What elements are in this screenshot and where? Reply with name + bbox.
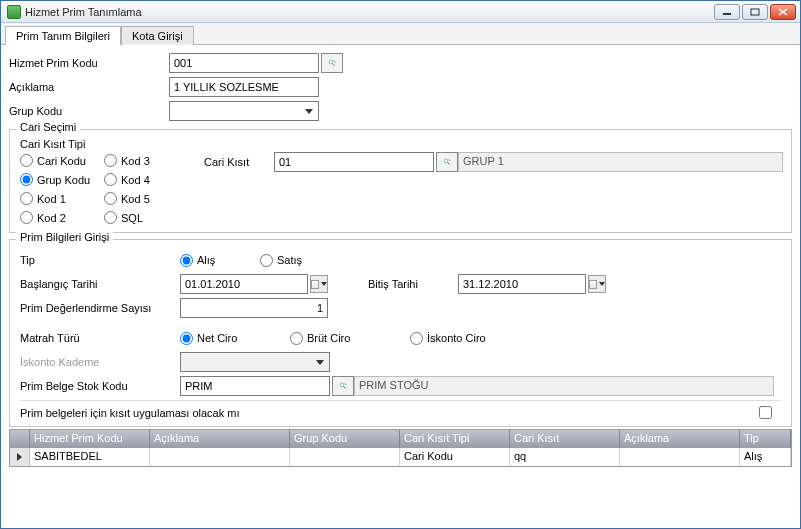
cell-cari-kisit: qq bbox=[510, 448, 620, 466]
lookup-icon bbox=[339, 379, 347, 393]
input-bitis-tarihi[interactable] bbox=[458, 274, 586, 294]
radio-kod3[interactable]: Kod 3 bbox=[104, 154, 174, 167]
label-grup-kodu: Grup Kodu bbox=[9, 105, 169, 117]
label-prim-belge-stok: Prim Belge Stok Kodu bbox=[20, 380, 180, 392]
label-cari-kisit-tipi: Cari Kısıt Tipi bbox=[20, 138, 174, 150]
cell-aciklama bbox=[150, 448, 290, 466]
label-hizmet-prim-kodu: Hizmet Prim Kodu bbox=[9, 57, 169, 69]
cell-grup-kodu bbox=[290, 448, 400, 466]
radio-sql[interactable]: SQL bbox=[104, 211, 174, 224]
input-cari-kisit[interactable] bbox=[274, 152, 434, 172]
app-window: Hizmet Prim Tanımlama Prim Tanım Bilgile… bbox=[0, 0, 801, 529]
close-icon bbox=[778, 8, 788, 16]
client-area: Prim Tanım Bilgileri Kota Girişi Hizmet … bbox=[1, 23, 800, 528]
label-matrah-turu: Matrah Türü bbox=[20, 332, 180, 344]
radio-iskonto-ciro[interactable]: İskonto Ciro bbox=[410, 332, 486, 345]
calendar-icon bbox=[589, 280, 597, 289]
radio-kod5[interactable]: Kod 5 bbox=[104, 192, 174, 205]
tabstrip: Prim Tanım Bilgileri Kota Girişi bbox=[1, 23, 800, 45]
input-aciklama[interactable] bbox=[169, 77, 319, 97]
cell-hizmet-prim-kodu: SABITBEDEL bbox=[30, 448, 150, 466]
radio-alis[interactable]: Alış bbox=[180, 254, 260, 267]
tab-prim-tanim[interactable]: Prim Tanım Bilgileri bbox=[5, 26, 121, 45]
row-kisit-uygulamasi: Prim belgeleri için kısıt uygulaması ola… bbox=[20, 400, 781, 422]
label-cari-kisit: Cari Kısıt bbox=[204, 156, 274, 168]
radio-kod2[interactable]: Kod 2 bbox=[20, 211, 104, 224]
row-hizmet-prim-kodu: Hizmet Prim Kodu bbox=[9, 51, 792, 75]
svg-point-6 bbox=[340, 383, 344, 387]
combo-iskonto-kademe bbox=[180, 352, 330, 372]
radio-satis[interactable]: Satış bbox=[260, 254, 302, 267]
svg-point-4 bbox=[329, 60, 333, 64]
checkbox-kisit-uygulamasi[interactable] bbox=[759, 406, 772, 419]
grid-header-cari-kisit-tipi[interactable]: Cari Kısıt Tipi bbox=[400, 430, 510, 448]
close-button[interactable] bbox=[770, 4, 796, 20]
row-iskonto-kademe: İskonto Kademe bbox=[20, 350, 781, 374]
svg-point-5 bbox=[444, 159, 448, 163]
calendar-button-end[interactable] bbox=[588, 275, 606, 293]
cell-aciklama2 bbox=[620, 448, 740, 466]
input-prim-belge-stok[interactable] bbox=[180, 376, 330, 396]
minimize-icon bbox=[722, 8, 732, 16]
fieldset-prim-bilgileri: Prim Bilgileri Girişi Tip Alış Satış Baş… bbox=[9, 239, 792, 427]
maximize-icon bbox=[750, 8, 760, 16]
radio-kod1[interactable]: Kod 1 bbox=[20, 192, 104, 205]
table-row[interactable]: SABITBEDEL Cari Kodu qq Alış bbox=[10, 448, 791, 466]
input-prim-deg-sayisi[interactable] bbox=[180, 298, 328, 318]
label-bitis-tarihi: Bitiş Tarihi bbox=[368, 278, 458, 290]
grid-header-aciklama[interactable]: Açıklama bbox=[150, 430, 290, 448]
row-prim-belge-stok: Prim Belge Stok Kodu PRIM STOĞU bbox=[20, 374, 781, 398]
label-aciklama: Açıklama bbox=[9, 81, 169, 93]
title-bar: Hizmet Prim Tanımlama bbox=[1, 1, 800, 23]
row-grup-kodu: Grup Kodu bbox=[9, 99, 792, 123]
label-prim-deg-sayisi: Prim Değerlendirme Sayısı bbox=[20, 302, 180, 314]
grid-header: Hizmet Prim Kodu Açıklama Grup Kodu Cari… bbox=[10, 430, 791, 448]
combo-grup-kodu[interactable] bbox=[169, 101, 319, 121]
row-tip: Tip Alış Satış bbox=[20, 248, 781, 272]
svg-rect-1 bbox=[751, 9, 759, 15]
lookup-icon bbox=[328, 56, 336, 70]
grid-header-aciklama2[interactable]: Açıklama bbox=[620, 430, 740, 448]
fieldset-cari-secimi: Cari Seçimi Cari Kısıt Tipi Cari Kodu Ko… bbox=[9, 129, 792, 233]
label-baslangic-tarihi: Başlangıç Tarihi bbox=[20, 278, 180, 290]
calendar-button-start[interactable] bbox=[310, 275, 328, 293]
label-iskonto-kademe: İskonto Kademe bbox=[20, 356, 180, 368]
svg-rect-0 bbox=[723, 13, 731, 15]
grid-header-hizmet-prim-kodu[interactable]: Hizmet Prim Kodu bbox=[30, 430, 150, 448]
label-kisit-uygulamasi: Prim belgeleri için kısıt uygulaması ola… bbox=[20, 407, 239, 419]
lookup-cari-kisit[interactable] bbox=[436, 152, 458, 172]
legend-prim-bilgileri: Prim Bilgileri Girişi bbox=[16, 231, 113, 243]
input-hizmet-prim-kodu[interactable] bbox=[169, 53, 319, 73]
row-aciklama: Açıklama bbox=[9, 75, 792, 99]
row-indicator-icon bbox=[10, 448, 30, 466]
row-prim-deg-sayisi: Prim Değerlendirme Sayısı bbox=[20, 296, 781, 320]
row-dates: Başlangıç Tarihi Bitiş Tarihi bbox=[20, 272, 781, 296]
legend-cari-secimi: Cari Seçimi bbox=[16, 121, 80, 133]
tab-kota-girisi[interactable]: Kota Girişi bbox=[121, 26, 194, 45]
cell-cari-kisit-tipi: Cari Kodu bbox=[400, 448, 510, 466]
radio-brut-ciro[interactable]: Brüt Ciro bbox=[290, 332, 410, 345]
row-cari-kisit: Cari Kısıt GRUP 1 bbox=[204, 152, 783, 172]
lookup-icon bbox=[443, 155, 451, 169]
lookup-hizmet-prim-kodu[interactable] bbox=[321, 53, 343, 73]
cell-tip: Alış bbox=[740, 448, 791, 466]
radio-kod4[interactable]: Kod 4 bbox=[104, 173, 174, 186]
radio-net-ciro[interactable]: Net Ciro bbox=[180, 332, 290, 345]
label-tip: Tip bbox=[20, 254, 180, 266]
grid-header-grup-kodu[interactable]: Grup Kodu bbox=[290, 430, 400, 448]
maximize-button[interactable] bbox=[742, 4, 768, 20]
data-grid: Hizmet Prim Kodu Açıklama Grup Kodu Cari… bbox=[9, 429, 792, 467]
display-prim-belge-stok-desc: PRIM STOĞU bbox=[354, 376, 774, 396]
calendar-icon bbox=[311, 280, 319, 289]
radio-grup-kodu[interactable]: Grup Kodu bbox=[20, 173, 104, 186]
app-icon bbox=[7, 5, 21, 19]
minimize-button[interactable] bbox=[714, 4, 740, 20]
grid-header-cari-kisit[interactable]: Cari Kısıt bbox=[510, 430, 620, 448]
group-cari-kisit-tipi: Cari Kısıt Tipi Cari Kodu Kod 3 Grup Kod… bbox=[20, 138, 174, 224]
radio-cari-kodu[interactable]: Cari Kodu bbox=[20, 154, 104, 167]
input-baslangic-tarihi[interactable] bbox=[180, 274, 308, 294]
grid-header-tip[interactable]: Tip bbox=[740, 430, 791, 448]
lookup-prim-belge-stok[interactable] bbox=[332, 376, 354, 396]
window-title: Hizmet Prim Tanımlama bbox=[25, 6, 714, 18]
display-cari-kisit-desc: GRUP 1 bbox=[458, 152, 783, 172]
